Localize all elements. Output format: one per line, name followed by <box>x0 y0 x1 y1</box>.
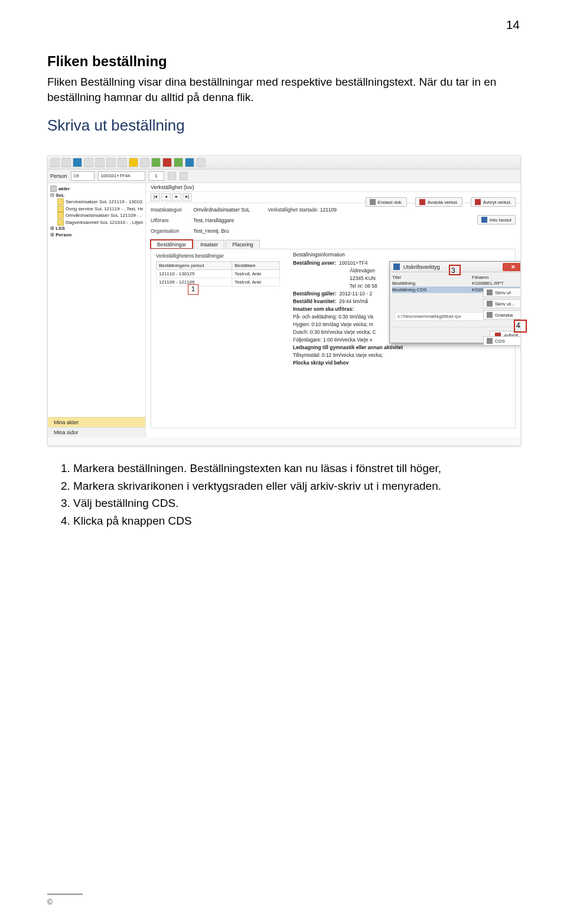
tree-item[interactable]: Övrig service SoL 121119 - , Test, Handl… <box>50 206 143 212</box>
toolbar-icon[interactable] <box>162 158 172 167</box>
col-period: Beställningens period <box>157 262 232 270</box>
tree-sol[interactable]: SoL <box>56 193 64 198</box>
toolbar-icon[interactable] <box>95 158 105 167</box>
cancel-icon <box>475 199 481 205</box>
tree-item-icon <box>57 212 64 219</box>
print-icon[interactable] <box>73 158 82 167</box>
toolbar-icon[interactable] <box>196 158 206 167</box>
stop-icon <box>419 199 425 205</box>
left-tree-panel: akter ⊟ SoL Serviceinsatser SoL 121119 -… <box>48 183 146 437</box>
toolbar-icon[interactable] <box>50 158 60 167</box>
mina-akter-bar[interactable]: Mina akter <box>48 417 145 427</box>
intro-paragraph: Fliken Beställning visar dina beställnin… <box>47 74 508 105</box>
tree-lss[interactable]: LSS <box>56 226 65 231</box>
subbar-icon[interactable] <box>168 172 176 180</box>
person-id-field[interactable]: 19 <box>71 171 94 181</box>
col-titel: Titel <box>392 275 472 280</box>
tab-insatser[interactable]: Insatser <box>194 240 224 249</box>
table-row[interactable]: 121110 - 130125Testroll, Anki <box>157 270 280 278</box>
dialog-icon <box>393 263 400 270</box>
skriv-ut-options-button[interactable]: Skriv ut... <box>483 299 521 308</box>
utforare-value: Test, Handläggare <box>193 217 234 223</box>
toolbar-icon[interactable] <box>174 158 183 167</box>
cds-icon <box>487 338 493 344</box>
tree-akter-label: akter <box>58 186 70 191</box>
page-footer: © <box>47 894 83 906</box>
subbar-icon[interactable] <box>180 172 188 180</box>
toolbar-icon[interactable] <box>129 158 138 167</box>
tab-placering[interactable]: Placering <box>226 240 259 249</box>
insatskategori-label: Insatskategori <box>151 207 192 213</box>
granska-button[interactable]: Granska <box>483 310 521 320</box>
person-code-field[interactable]: 100101+TF44 <box>98 171 145 181</box>
skriv-ut-button[interactable]: Skriv ut <box>483 288 521 297</box>
toolbar-icon[interactable] <box>118 158 127 167</box>
nav-next-icon[interactable]: ▸ <box>172 193 181 201</box>
heading-skriva-ut: Skriva ut beställning <box>47 116 526 135</box>
printer-icon <box>487 301 493 307</box>
nav-prev-icon[interactable]: ◂ <box>161 193 171 201</box>
mina-sidor-bar[interactable]: Mina sidor <box>48 427 145 437</box>
cds-button[interactable]: CDS <box>483 336 521 346</box>
tree-item-icon <box>57 206 64 212</box>
plocka-row: Plocka skräp vid behov <box>293 360 447 366</box>
callout-3: 3 <box>449 265 461 275</box>
tree-item-icon <box>57 199 64 205</box>
info-beslut-button[interactable]: Info beslut <box>477 215 516 225</box>
avser-label: Beställning avser: <box>293 260 336 266</box>
col-filnamn: Filnamn <box>472 275 488 280</box>
dialog-row[interactable]: BeställningKG08BEL.RPT <box>392 280 521 287</box>
org-value: Test_Hemtj. Bro <box>193 228 229 234</box>
tree-person[interactable]: Person <box>56 232 71 237</box>
info-caption: Beställningsinformation <box>293 252 447 258</box>
ledsagning: Ledsagning till gymnastik eller annan ak… <box>293 344 447 350</box>
tree-item[interactable]: Serviceinsatser SoL 121119 - 130101, Tes… <box>50 199 143 205</box>
avser-value: 100101+TF4 <box>339 260 367 266</box>
kvant-value: 29:44 tim/må <box>339 298 368 304</box>
insatser-hdr: Insatser som ska utföras: <box>293 306 354 312</box>
verkstart-value: 121109 <box>320 207 337 213</box>
dialog-title: Utskriftsverktyg <box>403 264 440 270</box>
verkstallighet-title: Verkställighet (lov) <box>151 184 194 190</box>
nav-last-icon[interactable]: ▸| <box>183 193 192 201</box>
heading-fliken-bestallning: Fliken beställning <box>47 53 526 70</box>
nav-first-icon[interactable]: |◂ <box>151 193 160 201</box>
help-icon[interactable] <box>185 158 194 167</box>
doc-icon <box>370 199 376 205</box>
tree-item-icon <box>57 219 64 226</box>
toolbar-icon[interactable] <box>106 158 116 167</box>
callout-4: 4 <box>514 320 527 333</box>
avbryt-verkst-button[interactable]: Avbryt verkst. <box>471 197 516 207</box>
tabs: Beställningar Insatser Placering <box>151 240 520 249</box>
folder-icon <box>50 186 57 192</box>
tree[interactable]: akter ⊟ SoL Serviceinsatser SoL 121119 -… <box>48 183 145 417</box>
instruction-list: Markera beställningen. Beställningstexte… <box>60 460 526 529</box>
table-row[interactable]: 121109 - 121109Testroll, Anki <box>157 278 280 287</box>
person-label: Person <box>50 173 67 179</box>
tree-item[interactable]: Omvårdnadsinsatser SoL 121109 - , Test, … <box>50 212 143 219</box>
tillsyn-row: Tillsynsstäd: 0:12 tim/vecka Varje vecka… <box>293 352 447 358</box>
toolbar-icon[interactable] <box>140 158 149 167</box>
utforare-label: Utförare <box>151 217 192 223</box>
printer-icon <box>487 289 493 295</box>
info-icon <box>481 217 487 223</box>
close-icon[interactable]: ✕ <box>503 263 521 271</box>
toolbar-icon[interactable] <box>151 158 161 167</box>
bestallningar-table[interactable]: Beställningens period Beställare 121110 … <box>156 261 280 287</box>
tree-item[interactable]: Dagverksamhet SoL 121010 - , Liljebrand,… <box>50 219 143 226</box>
tab-bestallningar[interactable]: Beställningar <box>151 240 193 249</box>
insatskategori-value: Omvårdnadsinsatser SoL <box>193 207 250 213</box>
avsluta-verkst-button[interactable]: Avsluta verkst. <box>415 197 462 207</box>
org-label: Organisation <box>151 228 192 234</box>
record-nav: |◂ ◂ ▸ ▸| <box>151 193 192 201</box>
endast-dok-button[interactable]: Endast dok. <box>366 197 407 207</box>
galler-value: 2012-11-10 - 2 <box>339 291 372 297</box>
preview-icon <box>487 312 493 318</box>
toolbar <box>48 156 520 170</box>
copyright-symbol: © <box>47 898 53 906</box>
toolbar-icon[interactable] <box>84 158 93 167</box>
galler-label: Beställning gäller: <box>293 291 337 297</box>
person-index-field[interactable]: 1 <box>149 171 164 181</box>
toolbar-icon[interactable] <box>61 158 71 167</box>
list-item: Klicka på knappen CDS <box>73 513 526 529</box>
